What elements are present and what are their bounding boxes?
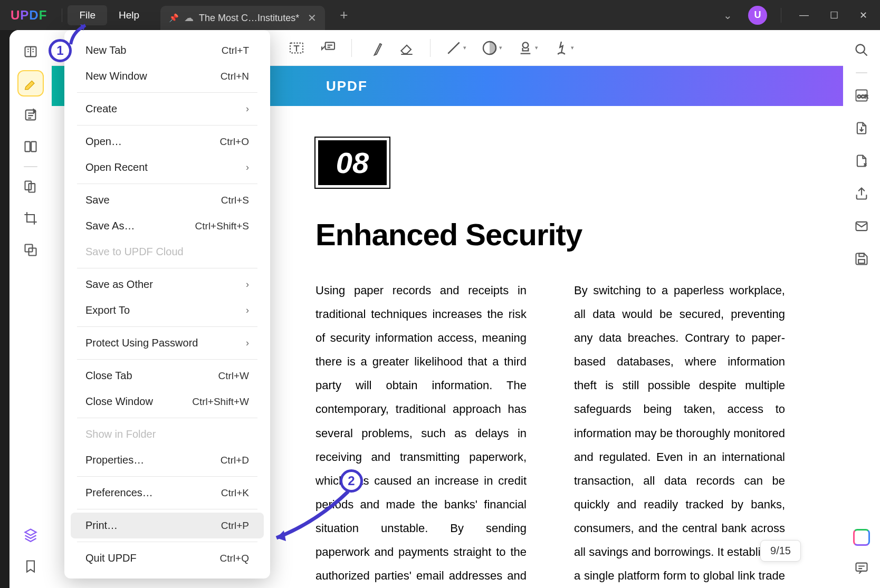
svg-rect-13 (859, 254, 864, 257)
annotation-step-2: 2 (340, 469, 363, 493)
svg-rect-17 (326, 42, 334, 49)
maximize-button[interactable]: ☐ (821, 4, 847, 26)
separator (856, 72, 867, 73)
document-tab[interactable]: 📌 ☁ The Most C…Institutes* ✕ (160, 6, 325, 30)
ocr-button[interactable]: OCR (851, 85, 872, 106)
layers-tool[interactable] (18, 523, 43, 547)
menu-create[interactable]: Create› (71, 96, 264, 122)
banner-text: UPDF (326, 78, 368, 94)
svg-rect-5 (29, 184, 35, 192)
menu-quit[interactable]: Quit UPDFCtrl+Q (71, 545, 264, 571)
svg-rect-12 (858, 259, 865, 263)
chevron-right-icon: › (246, 162, 249, 173)
menu-show-folder: Show in Folder (71, 421, 264, 447)
annotate-tool[interactable] (18, 103, 43, 127)
menu-close-window[interactable]: Close WindowCtrl+Shift+W (71, 389, 264, 415)
svg-rect-2 (25, 142, 30, 152)
search-button[interactable] (851, 40, 872, 61)
titlebar: UPDF File Help 📌 ☁ The Most C…Institutes… (0, 0, 880, 30)
save-button[interactable] (851, 248, 872, 269)
reader-tool[interactable] (18, 40, 43, 64)
separator (77, 268, 257, 268)
highlighter-tool[interactable] (18, 71, 43, 95)
separator (77, 509, 257, 509)
cloud-icon: ☁ (184, 12, 194, 24)
annotation-step-1: 1 (49, 39, 72, 62)
convert-button[interactable] (851, 118, 872, 139)
svg-rect-14 (856, 563, 867, 571)
eraser-tool[interactable] (398, 40, 415, 56)
pencil-tool[interactable] (367, 40, 384, 56)
ai-button[interactable] (851, 527, 872, 548)
svg-point-8 (856, 45, 865, 53)
svg-text:OCR: OCR (857, 94, 868, 99)
tabs-dropdown-icon[interactable]: ⌄ (716, 5, 740, 26)
tab-title: The Most C…Institutes* (199, 13, 299, 24)
callout-tool[interactable] (320, 40, 337, 56)
separator (24, 166, 37, 167)
chevron-right-icon: › (246, 338, 249, 349)
separator (77, 326, 257, 327)
compare-tool[interactable] (18, 175, 43, 199)
shape-tool[interactable]: ▾ (481, 40, 502, 56)
share-button[interactable] (851, 183, 872, 204)
batch-tool[interactable] (18, 238, 43, 262)
menu-preferences[interactable]: Preferences…Ctrl+K (71, 480, 264, 506)
menu-new-tab[interactable]: New TabCtrl+T (71, 37, 264, 63)
separator (430, 39, 431, 57)
separator (77, 418, 257, 418)
bookmark-tool[interactable] (18, 554, 43, 579)
chevron-right-icon: › (246, 103, 249, 114)
line-tool[interactable]: ▾ (445, 40, 466, 56)
chevron-right-icon: › (246, 305, 249, 316)
pages-tool[interactable] (18, 134, 43, 159)
stamp-tool[interactable]: ▾ (517, 40, 538, 56)
left-sidebar (9, 30, 52, 588)
signature-tool[interactable]: ▾ (553, 40, 574, 56)
menu-save[interactable]: SaveCtrl+S (71, 187, 264, 213)
section-number-badge: 08 (315, 138, 389, 188)
menu-open-recent[interactable]: Open Recent› (71, 155, 264, 180)
crop-tool[interactable] (18, 206, 43, 230)
svg-rect-4 (25, 181, 32, 190)
separator (77, 359, 257, 360)
textbox-tool[interactable] (288, 40, 305, 56)
menu-help[interactable]: Help (107, 5, 151, 25)
menu-save-cloud: Save to UPDF Cloud (71, 239, 264, 265)
right-sidebar: OCR (843, 30, 880, 588)
svg-rect-3 (31, 142, 36, 152)
menu-close-tab[interactable]: Close TabCtrl+W (71, 363, 264, 389)
comment-button[interactable] (851, 557, 872, 579)
body-column-right: By switching to a paperless workplace, a… (574, 278, 785, 588)
menu-properties[interactable]: Properties…Ctrl+D (71, 447, 264, 473)
menu-export-to[interactable]: Export To› (71, 297, 264, 323)
new-tab-button[interactable]: + (340, 7, 348, 23)
separator (351, 39, 352, 57)
close-tab-icon[interactable]: ✕ (308, 12, 317, 24)
window-controls: ⌄ U — ☐ ✕ (716, 0, 876, 30)
separator (781, 8, 781, 23)
app-logo: UPDF (11, 8, 47, 23)
email-button[interactable] (851, 216, 872, 237)
menu-protect-password[interactable]: Protect Using Password› (71, 330, 264, 356)
file-menu-dropdown: New TabCtrl+T New WindowCtrl+N Create› O… (64, 30, 270, 579)
menu-print[interactable]: Print…Ctrl+P (71, 513, 264, 538)
svg-point-19 (523, 42, 529, 48)
menu-save-other[interactable]: Save as Other› (71, 272, 264, 297)
user-avatar[interactable]: U (748, 6, 767, 25)
separator (77, 125, 257, 126)
page-indicator[interactable]: 9/15 (760, 540, 801, 562)
separator (77, 184, 257, 184)
separator (77, 542, 257, 542)
section-heading: Enhanced Security (315, 217, 785, 252)
menu-new-window[interactable]: New WindowCtrl+N (71, 63, 264, 89)
compress-button[interactable] (851, 150, 872, 171)
close-window-button[interactable]: ✕ (851, 4, 876, 26)
menu-save-as[interactable]: Save As…Ctrl+Shift+S (71, 213, 264, 239)
minimize-button[interactable]: — (791, 4, 817, 26)
menu-open[interactable]: Open…Ctrl+O (71, 129, 264, 155)
separator (77, 92, 257, 93)
annotation-arrow-2 (264, 485, 359, 548)
pin-icon: 📌 (169, 13, 179, 23)
chevron-right-icon: › (246, 279, 249, 290)
